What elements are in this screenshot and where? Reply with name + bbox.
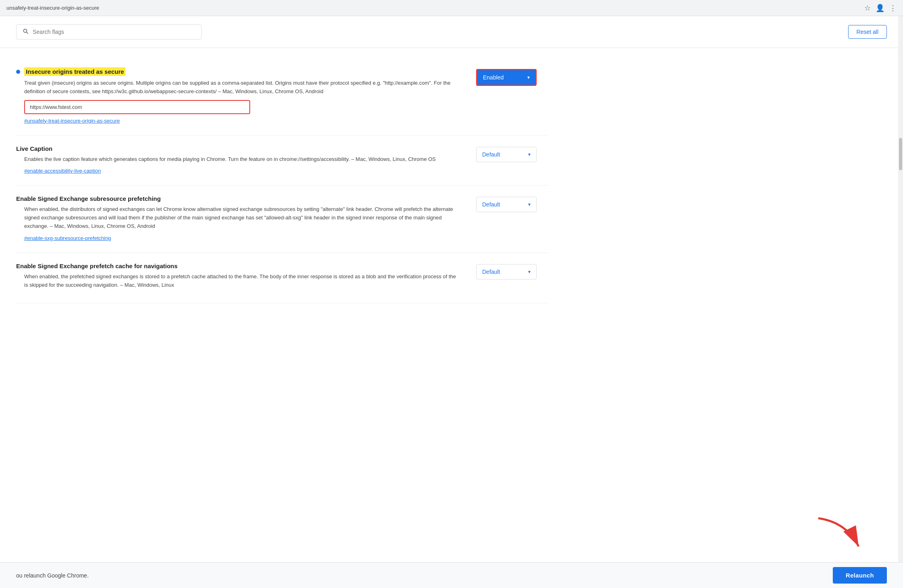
flags-content: Insecure origins treated as secure Treat… bbox=[0, 48, 565, 344]
menu-icon[interactable]: ⋮ bbox=[889, 4, 897, 13]
search-bar-area: Reset all bbox=[0, 16, 903, 48]
relaunch-bar: ou relaunch Google Chrome. Relaunch bbox=[0, 562, 903, 588]
flag-description-sxg-prefetch: When enabled, the distributors of signed… bbox=[24, 205, 460, 230]
flag-title-sxg-prefetch: Enable Signed Exchange subresource prefe… bbox=[16, 195, 161, 202]
profile-icon[interactable]: 👤 bbox=[876, 4, 884, 13]
chevron-down-icon-2: ▾ bbox=[528, 152, 531, 157]
flag-url-input[interactable] bbox=[24, 100, 250, 114]
flag-right-sxg-cache: Default ▾ bbox=[476, 263, 549, 279]
chevron-down-icon-4: ▾ bbox=[528, 269, 531, 275]
flag-anchor-live-caption[interactable]: #enable-accessibility-live-caption bbox=[24, 168, 101, 174]
flag-item-insecure-origins: Insecure origins treated as secure Treat… bbox=[16, 58, 549, 136]
flag-dropdown-live-caption[interactable]: Default ▾ bbox=[476, 147, 537, 162]
browser-icons: ☆ 👤 ⋮ bbox=[864, 4, 897, 13]
flag-item-sxg-prefetch: Enable Signed Exchange subresource prefe… bbox=[16, 186, 549, 252]
search-icon bbox=[22, 28, 29, 36]
dropdown-default-label-2: Default bbox=[482, 151, 500, 158]
flag-dropdown-sxg-prefetch[interactable]: Default ▾ bbox=[476, 197, 537, 212]
reset-all-button[interactable]: Reset all bbox=[848, 25, 887, 39]
flag-left-sxg-prefetch: Enable Signed Exchange subresource prefe… bbox=[16, 195, 460, 242]
flag-description-sxg-cache: When enabled, the prefetched signed exch… bbox=[24, 273, 460, 290]
flag-url-input-wrap bbox=[24, 100, 460, 114]
flag-dropdown-sxg-cache[interactable]: Default ▾ bbox=[476, 264, 537, 279]
search-box bbox=[16, 24, 202, 40]
flag-title-row-3: Enable Signed Exchange subresource prefe… bbox=[16, 195, 460, 202]
flag-right-sxg-prefetch: Default ▾ bbox=[476, 195, 549, 212]
flag-title-sxg-cache: Enable Signed Exchange prefetch cache fo… bbox=[16, 263, 178, 269]
flags-page: Reset all Insecure origins treated as se… bbox=[0, 16, 903, 588]
flag-right-insecure-origins: Enabled ▾ bbox=[476, 67, 549, 86]
dropdown-default-label-3: Default bbox=[482, 201, 500, 208]
flag-anchor-sxg-prefetch[interactable]: #enable-sxg-subresource-prefetching bbox=[24, 235, 111, 241]
relaunch-text: ou relaunch Google Chrome. bbox=[16, 572, 89, 579]
star-icon[interactable]: ☆ bbox=[864, 4, 871, 13]
chevron-down-icon: ▾ bbox=[527, 75, 530, 80]
flag-title-insecure-origins: Insecure origins treated as secure bbox=[24, 67, 125, 76]
red-arrow bbox=[814, 514, 863, 556]
dropdown-default-label-4: Default bbox=[482, 269, 500, 275]
flag-title-row-4: Enable Signed Exchange prefetch cache fo… bbox=[16, 263, 460, 269]
scrollbar-thumb[interactable] bbox=[899, 138, 902, 170]
flag-left-sxg-cache: Enable Signed Exchange prefetch cache fo… bbox=[16, 263, 460, 294]
dropdown-enabled-label: Enabled bbox=[483, 74, 504, 81]
flag-anchor-insecure-origins[interactable]: #unsafely-treat-insecure-origin-as-secur… bbox=[24, 118, 120, 124]
search-input[interactable] bbox=[33, 29, 196, 35]
flag-description-insecure-origins: Treat given (insecure) origins as secure… bbox=[24, 79, 460, 96]
flag-title-row-1: Insecure origins treated as secure bbox=[16, 67, 460, 76]
flag-item-sxg-cache: Enable Signed Exchange prefetch cache fo… bbox=[16, 253, 549, 304]
flag-title-live-caption: Live Caption bbox=[16, 145, 52, 152]
scrollbar[interactable] bbox=[898, 16, 903, 588]
browser-url: unsafely-treat-insecure-origin-as-secure bbox=[6, 5, 864, 11]
flag-title-row-2: Live Caption bbox=[16, 145, 460, 152]
flag-left-live-caption: Live Caption Enables the live caption fe… bbox=[16, 145, 460, 176]
flag-left-insecure-origins: Insecure origins treated as secure Treat… bbox=[16, 67, 460, 125]
flag-right-live-caption: Default ▾ bbox=[476, 145, 549, 162]
relaunch-button[interactable]: Relaunch bbox=[833, 567, 887, 584]
flag-dot bbox=[16, 70, 20, 74]
flag-dropdown-enabled[interactable]: Enabled ▾ bbox=[476, 69, 537, 86]
browser-bar: unsafely-treat-insecure-origin-as-secure… bbox=[0, 0, 903, 16]
chevron-down-icon-3: ▾ bbox=[528, 202, 531, 207]
flag-item-live-caption: Live Caption Enables the live caption fe… bbox=[16, 136, 549, 186]
flag-description-live-caption: Enables the live caption feature which g… bbox=[24, 155, 460, 164]
